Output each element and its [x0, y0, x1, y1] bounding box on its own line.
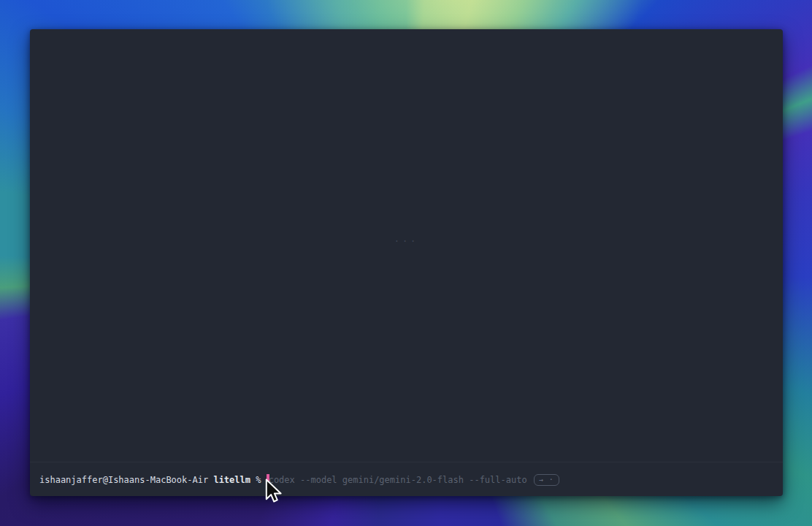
terminal-separator [30, 462, 783, 462]
prompt-symbol: % [256, 475, 261, 485]
autosuggestion-text: codex --model gemini/gemini-2.0-flash --… [269, 475, 527, 485]
suggestion-accept-key-hint: → · [534, 474, 559, 486]
terminal-prompt-line[interactable]: ishaanjaffer@Ishaans-MacBook-Airlitellm%… [39, 474, 775, 486]
desktop-wallpaper: ··· ishaanjaffer@Ishaans-MacBook-Airlite… [0, 0, 812, 526]
terminal-window[interactable]: ··· ishaanjaffer@Ishaans-MacBook-Airlite… [30, 29, 783, 496]
loading-ellipsis: ··· [394, 236, 419, 246]
prompt-directory: litellm [213, 475, 250, 485]
prompt-user-host: ishaanjaffer@Ishaans-MacBook-Air [39, 475, 208, 485]
